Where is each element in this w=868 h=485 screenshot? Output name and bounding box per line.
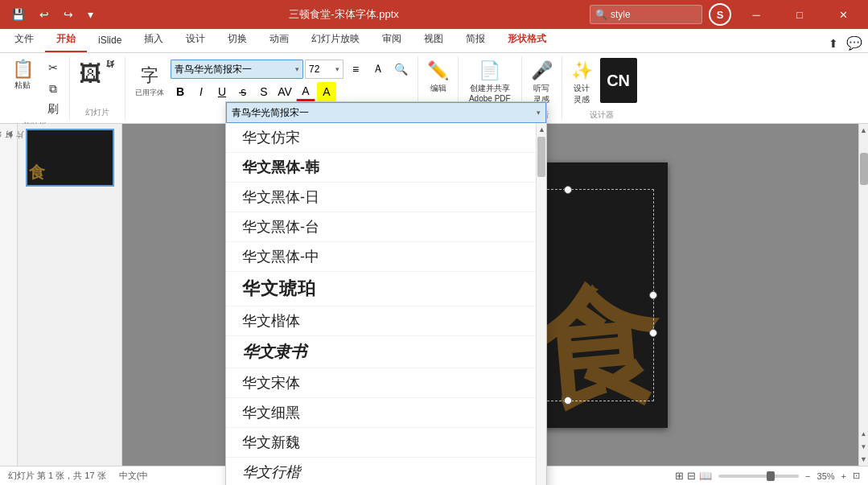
handle-right[interactable] [649, 291, 657, 299]
tab-transition[interactable]: 切换 [216, 27, 258, 52]
scroll-up-arrow[interactable]: ▲ [537, 123, 547, 136]
comment-button[interactable]: 💬 [844, 34, 865, 52]
tab-islide[interactable]: iSlide [87, 30, 133, 52]
adobe-pdf-button[interactable]: 📄 创建并共享 Adobe PDF [465, 58, 515, 105]
cut-button[interactable]: ✂ [42, 58, 64, 77]
collapse-ribbon-button[interactable]: ⬆ [826, 35, 841, 51]
paste-button[interactable]: 📋 粘贴 [5, 58, 40, 93]
dictate-button[interactable]: 🎤 听写 灵感 [527, 58, 557, 108]
save-button[interactable]: 💾 [6, 6, 30, 23]
handle-top[interactable] [564, 186, 572, 194]
scrollbar-thumb[interactable] [860, 153, 868, 185]
scroll-bottom-arrow[interactable]: ▼ [858, 453, 869, 466]
tab-view[interactable]: 视图 [413, 27, 455, 52]
font-item-6[interactable]: 华文楷体 [226, 306, 536, 336]
font-icon: 字 [141, 64, 158, 88]
handle-bottom[interactable] [564, 397, 572, 405]
text-options-button[interactable]: Ａ [368, 60, 389, 79]
close-button[interactable]: ✕ [825, 0, 862, 29]
font-item-1[interactable]: 华文黑体-韩 [226, 153, 536, 183]
scroll-track [537, 136, 546, 485]
zoom-slider[interactable] [718, 475, 799, 478]
tab-home[interactable]: 开始 [45, 27, 87, 52]
font-item-10[interactable]: 华文新魏 [226, 428, 536, 458]
font-item-3[interactable]: 华文黑体-台 [226, 212, 536, 242]
scroll-down-small[interactable]: ▼ [858, 440, 869, 453]
font-color-button[interactable]: A [296, 82, 315, 101]
edit-button[interactable]: ✏️ 编辑 [423, 58, 453, 97]
slides-group-label: 幻灯片 [85, 107, 109, 118]
design-ideas-button[interactable]: ✨ 设计 灵感 [567, 58, 597, 108]
design-ideas-label: 设计 灵感 [574, 83, 590, 105]
font-item-7[interactable]: 华文隶书 [226, 336, 536, 368]
undo-button[interactable]: ↩ [35, 6, 54, 23]
slide-count: 幻灯片 第 1 张，共 17 张 [8, 470, 106, 482]
user-avatar[interactable]: S [709, 3, 731, 26]
tab-brief[interactable]: 简报 [455, 27, 496, 52]
tab-slideshow[interactable]: 幻灯片放映 [300, 27, 371, 52]
slide-thumbnail-1[interactable]: 食 [26, 129, 114, 187]
zoom-out-button[interactable]: − [805, 471, 810, 481]
minimize-button[interactable]: ─ [738, 0, 775, 29]
left-panel: ▶ 幻灯片 [0, 124, 18, 466]
shadow-button[interactable]: S [254, 82, 274, 101]
bold-button[interactable]: B [171, 82, 190, 101]
font-size-select[interactable]: 72 ▾ [305, 60, 343, 79]
strikethrough-button[interactable]: s̶ [233, 82, 253, 101]
normal-view-button[interactable]: ⊞ [675, 470, 684, 482]
search-font-button[interactable]: 🔍 [390, 60, 411, 79]
format-painter-button[interactable]: 刷 [42, 100, 64, 119]
char-spacing-button[interactable]: AV [275, 82, 294, 101]
reading-view-button[interactable]: 📖 [699, 470, 712, 482]
font-item-0[interactable]: 华文仿宋 [226, 123, 536, 153]
maximize-button[interactable]: □ [781, 0, 818, 29]
handle-mid-right[interactable] [649, 329, 657, 337]
tab-animation[interactable]: 动画 [258, 27, 300, 52]
used-font-button[interactable]: 字 已用字体 [132, 62, 167, 100]
cn-badge[interactable]: CN [600, 58, 637, 103]
designer-group-label: 设计器 [590, 109, 614, 121]
font-item-4[interactable]: 华文黑体-中 [226, 242, 536, 272]
title-bar-left: 💾 ↩ ↪ ▾ [6, 6, 98, 23]
edit-label: 编辑 [430, 83, 446, 94]
fit-slide-button[interactable]: ⊡ [853, 471, 860, 481]
tab-shapeformat[interactable]: 形状格式 [496, 27, 557, 52]
expand-panel-button[interactable]: ▶ [4, 130, 13, 139]
font-name-select[interactable]: 青鸟华光简报宋一 ▾ [171, 60, 303, 79]
slide-sorter-button[interactable]: ⊟ [687, 470, 696, 482]
dropdown-header: 青鸟华光简报宋一 ▾ [226, 102, 546, 123]
redo-button[interactable]: ↪ [59, 6, 78, 23]
zoom-thumb[interactable] [767, 471, 775, 481]
paste-icon: 📋 [12, 60, 34, 78]
slide-thumbnails: 食 [18, 124, 121, 466]
tab-review[interactable]: 审阅 [371, 27, 413, 52]
scroll-top-arrow[interactable]: ▲ [858, 124, 869, 137]
search-box[interactable]: 🔍 style [590, 5, 702, 24]
font-item-2[interactable]: 华文黑体-日 [226, 183, 536, 212]
font-item-9[interactable]: 华文细黑 [226, 398, 536, 428]
font-item-8[interactable]: 华文宋体 [226, 368, 536, 398]
highlight-button[interactable]: A [317, 82, 336, 101]
quick-access-dropdown[interactable]: ▾ [83, 6, 98, 23]
design-icon: ✨ [571, 60, 593, 81]
search-icon: 🔍 [595, 9, 607, 20]
tab-insert[interactable]: 插入 [133, 27, 175, 52]
zoom-in-button[interactable]: + [841, 471, 846, 481]
scroll-up-small[interactable]: ▲ [858, 427, 869, 440]
font-item-11[interactable]: 华文行楷 [226, 458, 536, 485]
underline-button[interactable]: U [212, 82, 232, 101]
zoom-level: 35% [817, 471, 835, 481]
dropdown-list-container: ▲ ▼ 华文仿宋 华文黑体-韩 华文黑体-日 华文黑体-台 华文黑体-中 华文琥… [226, 123, 546, 485]
italic-button[interactable]: I [191, 82, 211, 101]
tab-file[interactable]: 文件 [3, 27, 45, 52]
right-scrollbar: ▲ ▲ ▼ ▼ [858, 124, 868, 466]
align-center-button[interactable]: ≡ [345, 60, 366, 79]
copy-button[interactable]: ⧉ [42, 79, 64, 98]
tab-design[interactable]: 设计 [175, 27, 216, 52]
dropdown-scrollbar[interactable]: ▲ ▼ [536, 123, 546, 485]
dropdown-font-name: 青鸟华光简报宋一 [232, 106, 309, 120]
font-item-5[interactable]: 华文琥珀 [226, 272, 536, 306]
edit-icon: ✏️ [427, 60, 449, 81]
view-buttons: ⊞ ⊟ 📖 [675, 470, 712, 482]
slides-button[interactable]: 🖼 幻灯片 [75, 58, 120, 89]
